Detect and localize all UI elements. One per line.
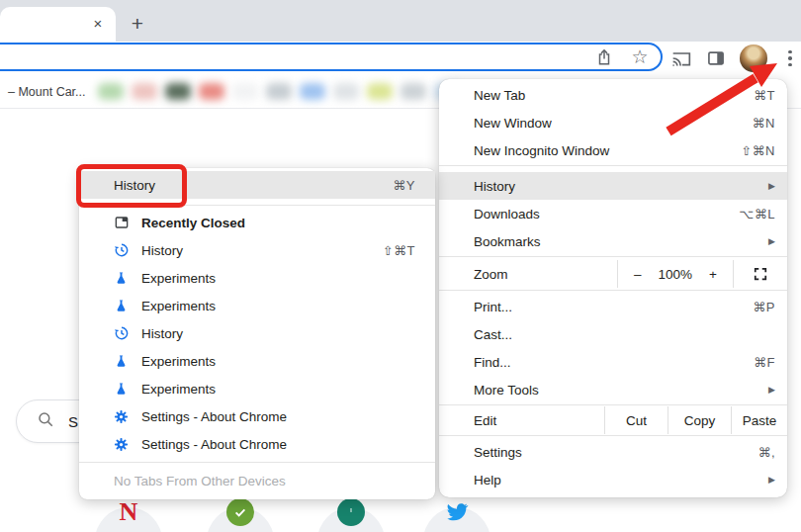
browser-menu: New Tab ⌘T New Window ⌘N New Incognito W…: [439, 79, 787, 497]
submenu-item-history-entry[interactable]: History: [79, 319, 435, 347]
submenu-arrow-icon: ▶: [768, 385, 775, 395]
flask-icon: [113, 353, 130, 370]
submenu-item-history-restore[interactable]: History ⇧⌘T: [79, 236, 435, 264]
menu-separator: [79, 462, 435, 463]
submenu-footer-no-tabs: No Tabs From Other Devices: [79, 467, 435, 494]
bookmark-favicon[interactable]: [199, 83, 224, 100]
gear-icon: [113, 436, 130, 453]
edit-label: Edit: [439, 406, 604, 434]
submenu-item-experiments[interactable]: Experiments: [79, 292, 435, 319]
submenu-item-settings-about-chrome[interactable]: Settings - About Chrome: [79, 402, 435, 430]
active-tab[interactable]: ×: [0, 7, 116, 42]
menu-item-print[interactable]: Print... ⌘P: [439, 293, 787, 320]
netflix-icon[interactable]: N: [115, 498, 142, 526]
bookmark-star-icon[interactable]: ☆: [629, 46, 651, 68]
cut-button[interactable]: Cut: [604, 406, 668, 434]
menu-separator: [439, 165, 787, 166]
menu-item-cast[interactable]: Cast...: [439, 320, 787, 348]
menu-item-settings[interactable]: Settings ⌘,: [439, 438, 787, 466]
zoom-label: Zoom: [439, 260, 617, 288]
bookmark-favicon[interactable]: [333, 83, 359, 100]
submenu-arrow-icon: ▶: [768, 181, 775, 191]
browser-menu-icon[interactable]: [780, 50, 800, 67]
paste-button[interactable]: Paste: [731, 406, 787, 434]
flask-icon: [113, 381, 130, 398]
gear-icon: [113, 408, 130, 425]
tab-close-icon[interactable]: ×: [89, 15, 107, 33]
submenu-arrow-icon: ▶: [768, 475, 775, 485]
history-icon: [113, 242, 130, 259]
menu-separator: [439, 256, 787, 257]
twitter-icon[interactable]: [443, 498, 471, 526]
menu-item-new-incognito-window[interactable]: New Incognito Window ⇧⌘N: [439, 136, 787, 164]
search-text: S: [68, 413, 78, 430]
submenu-item-settings-about-chrome[interactable]: Settings - About Chrome: [79, 430, 435, 458]
copy-button[interactable]: Copy: [668, 406, 731, 434]
menu-separator: [439, 404, 787, 405]
submenu-arrow-icon: ▶: [768, 236, 775, 246]
submenu-item-recently-closed[interactable]: Recently Closed: [79, 209, 435, 236]
shortcut-label: ⌘Y: [393, 178, 415, 193]
address-bar[interactable]: ☆: [0, 43, 663, 71]
menu-item-history[interactable]: History ▶: [439, 172, 787, 200]
menu-item-help[interactable]: Help ▶: [439, 466, 787, 493]
toolbar: ☆: [0, 42, 801, 75]
shortcut-label: ⌘F: [754, 355, 775, 370]
submenu-item-experiments[interactable]: Experiments: [79, 347, 435, 375]
shortcut-label: ⇧⌘T: [383, 243, 415, 258]
history-submenu: History ⌘Y Recently Closed History ⇧⌘T: [79, 168, 435, 499]
submenu-item-experiments[interactable]: Experiments: [79, 375, 435, 402]
tab-strip: × +: [0, 0, 801, 42]
bookmark-favicon[interactable]: [300, 83, 325, 100]
fullscreen-button[interactable]: [734, 260, 787, 288]
flask-icon: [113, 270, 130, 287]
shortcut-label: ⌥⌘L: [739, 207, 775, 222]
shortcut-label: ⌘P: [753, 300, 775, 314]
checkmark-icon[interactable]: [226, 498, 254, 526]
share-icon[interactable]: [593, 46, 615, 68]
menu-separator: [439, 290, 787, 291]
search-icon: [37, 410, 54, 432]
bookmark-favicon[interactable]: [266, 83, 292, 100]
shortcut-label: ⌘T: [754, 88, 775, 103]
profile-avatar[interactable]: [740, 44, 767, 72]
menu-row-edit: Edit Cut Copy Paste: [439, 406, 787, 434]
tab-icon: [113, 215, 130, 231]
bookmark-favicon[interactable]: [367, 83, 393, 100]
side-panel-icon[interactable]: [705, 47, 727, 69]
bookmark-favicons: [98, 83, 460, 100]
menu-separator: [439, 435, 787, 436]
bookmark-favicon[interactable]: [165, 83, 191, 100]
menu-item-more-tools[interactable]: More Tools ▶: [439, 376, 787, 403]
menu-item-new-tab[interactable]: New Tab ⌘T: [439, 81, 787, 109]
new-tab-button[interactable]: +: [126, 13, 149, 37]
teal-site-icon[interactable]: [337, 498, 365, 526]
annotation-highlight-box: [76, 164, 187, 208]
history-icon: [113, 325, 130, 342]
zoom-level-value: 100%: [659, 267, 693, 282]
cast-icon[interactable]: [670, 47, 692, 69]
bookmark-favicon[interactable]: [400, 83, 426, 100]
menu-item-new-window[interactable]: New Window ⌘N: [439, 109, 787, 136]
menu-row-zoom: Zoom – 100% +: [439, 260, 787, 288]
menu-item-downloads[interactable]: Downloads ⌥⌘L: [439, 200, 787, 227]
zoom-in-button[interactable]: +: [709, 267, 717, 282]
menu-item-find[interactable]: Find... ⌘F: [439, 348, 787, 376]
bookmark-favicon[interactable]: [132, 83, 157, 100]
menu-item-bookmarks[interactable]: Bookmarks ▶: [439, 227, 787, 255]
submenu-item-experiments[interactable]: Experiments: [79, 264, 435, 292]
zoom-out-button[interactable]: –: [634, 267, 642, 282]
shortcut-label: ⇧⌘N: [741, 143, 775, 158]
bookmark-favicon[interactable]: [98, 83, 124, 100]
bookmark-item-label[interactable]: – Mount Car...: [8, 85, 86, 99]
bookmark-favicon[interactable]: [232, 83, 258, 100]
shortcut-label: ⌘,: [757, 445, 775, 460]
shortcut-label: ⌘N: [753, 116, 775, 131]
flask-icon: [113, 298, 130, 314]
